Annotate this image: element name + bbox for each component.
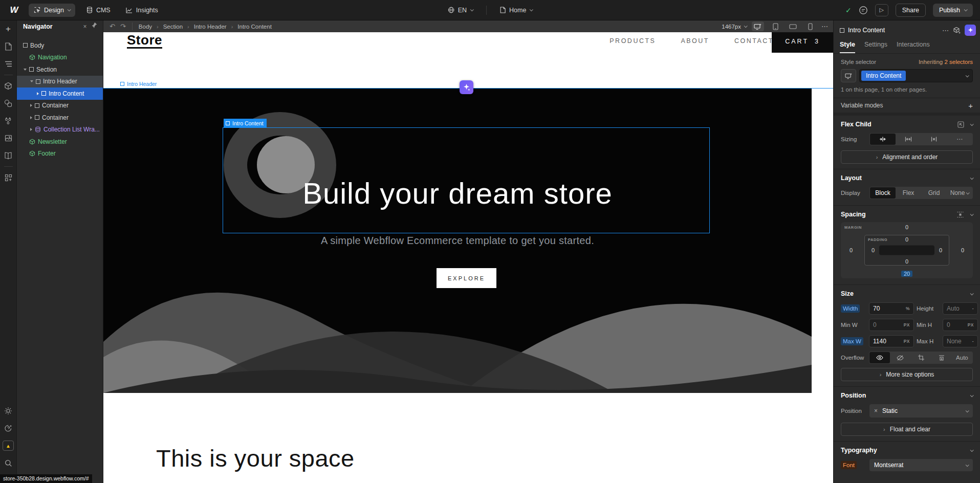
max-width-input[interactable]: 1140PX [869,335,914,347]
insights-button[interactable]: Insights [122,4,162,17]
spacing-section-header[interactable]: Spacing [834,206,980,221]
pin-icon[interactable] [90,23,99,30]
chevron-right-icon[interactable] [37,92,39,95]
chevron-down-icon[interactable] [970,393,974,397]
breadcrumb-body[interactable]: Body [139,24,152,30]
undo-icon[interactable]: ↶ [110,23,115,30]
sizing-shrink-option[interactable] [870,134,896,145]
overflow-auto-option[interactable]: Auto [952,352,972,363]
nav-link-products[interactable]: PRODUCTS [609,37,656,45]
tree-item-newsletter[interactable]: Newsletter [17,136,103,148]
assets-button[interactable] [0,129,17,147]
style-selector-input[interactable]: Intro Content [859,69,973,82]
layout-section-header[interactable]: Layout [834,169,980,185]
tree-item-section[interactable]: Section [17,63,103,76]
preview-button[interactable]: ▷ [875,4,888,16]
locale-switcher[interactable]: EN [444,4,477,17]
chevron-down-icon[interactable] [970,212,974,216]
tree-item-footer[interactable]: Footer [17,148,103,160]
tab-style[interactable]: Style [840,41,855,53]
redo-icon[interactable]: ↷ [120,23,126,30]
spacing-options-icon[interactable] [956,211,964,218]
explore-button[interactable]: EXPLORE [437,268,496,288]
tree-item-body[interactable]: Body [17,39,103,52]
sizing-none-option[interactable] [921,134,947,145]
tree-item-navigation[interactable]: Navigation [17,52,103,64]
padding-top-value[interactable]: 0 [865,236,949,243]
padding-right-value[interactable]: 0 [939,247,942,253]
tree-item-intro-content[interactable]: Intro Content [17,87,103,100]
create-component-icon[interactable] [953,26,961,34]
hero-subtitle[interactable]: A simple Webflow Ecommerce template to g… [103,235,812,247]
inheriting-info[interactable]: Inheriting 2 selectors [919,59,973,65]
next-section-heading[interactable]: This is your space [156,444,355,472]
breadcrumb-intro-header[interactable]: Intro Header [194,24,227,30]
min-height-unit[interactable]: PX [968,322,974,327]
tab-settings[interactable]: Settings [864,41,887,53]
overflow-visible-option[interactable] [869,352,890,363]
intro-header-selection-badge[interactable]: Intro Header [120,79,157,88]
components-button[interactable] [0,77,17,95]
breakpoint-phone-landscape-button[interactable] [787,21,799,31]
more-breakpoints-icon[interactable]: ⋯ [821,23,828,30]
margin-left-value[interactable]: 0 [850,247,853,253]
margin-right-value[interactable]: 0 [961,247,964,253]
share-button[interactable]: Share [896,4,926,17]
close-icon[interactable]: × [80,23,90,30]
clear-icon[interactable]: × [874,407,878,414]
float-and-clear-button[interactable]: › Float and clear [841,423,973,436]
tree-item-container[interactable]: Container [17,100,103,112]
font-dropdown[interactable]: Montserrat [869,459,973,471]
libraries-button[interactable] [0,147,17,164]
flex-child-section-header[interactable]: Flex Child [834,116,980,131]
help-button[interactable] [0,420,17,437]
zoom-search-button[interactable] [0,454,17,472]
position-dropdown[interactable]: × Static [869,404,973,418]
chevron-down-icon[interactable] [970,176,974,180]
breakpoint-desktop-button[interactable] [752,21,764,31]
breadcrumb-section[interactable]: Section [163,24,183,30]
max-height-input[interactable]: None- [943,335,978,347]
breakpoint-indicator-button[interactable] [841,69,856,82]
apps-button[interactable] [0,169,17,186]
selector-class-pill[interactable]: Intro Content [861,71,906,81]
viewport-width-selector[interactable]: 1467px [722,24,747,30]
min-width-input[interactable]: 0PX [869,319,914,331]
margin-top-value[interactable]: 0 [841,224,973,230]
add-variable-mode-button[interactable]: + [968,101,973,110]
inherit-arrow-icon[interactable] [957,121,964,128]
height-input[interactable]: Auto- [943,302,978,315]
comments-icon[interactable] [859,6,868,15]
design-mode-menu[interactable]: Design [29,4,75,17]
tree-item-container[interactable]: Container [17,112,103,124]
nav-link-about[interactable]: ABOUT [681,37,709,45]
breakpoint-tablet-button[interactable] [769,21,781,31]
margin-bottom-value[interactable]: 20 [841,271,973,277]
padding-left-value[interactable]: 0 [872,247,875,253]
overflow-scroll-option[interactable] [910,352,931,363]
tree-item-intro-header[interactable]: Intro Header [17,76,103,88]
sizing-grow-option[interactable] [896,134,921,145]
pages-button[interactable] [0,38,17,55]
navigator-button[interactable] [0,55,17,73]
overflow-hidden-option[interactable] [890,352,910,363]
chevron-down-icon[interactable] [970,448,974,452]
element-settings-icon[interactable]: ⋯ [942,27,949,34]
display-grid-option[interactable]: Grid [921,187,947,199]
add-elements-button[interactable]: + [0,20,17,38]
styles-button[interactable] [0,95,17,112]
max-width-unit[interactable]: PX [904,339,910,344]
chevron-down-icon[interactable] [24,69,27,71]
chevron-down-icon[interactable] [30,80,33,82]
cms-button[interactable]: CMS [82,4,115,17]
width-unit[interactable]: % [906,306,910,311]
ai-assistant-button[interactable] [965,25,976,36]
chevron-right-icon[interactable] [30,128,32,131]
height-unit[interactable]: - [972,306,974,311]
typography-section-header[interactable]: Typography [834,442,980,457]
upgrade-button[interactable]: ▲ [0,437,17,454]
variables-button[interactable] [0,112,17,129]
breadcrumb-intro-content[interactable]: Intro Content [237,24,271,30]
ai-assistant-handle[interactable] [460,80,473,94]
display-none-option[interactable]: None [947,187,972,199]
